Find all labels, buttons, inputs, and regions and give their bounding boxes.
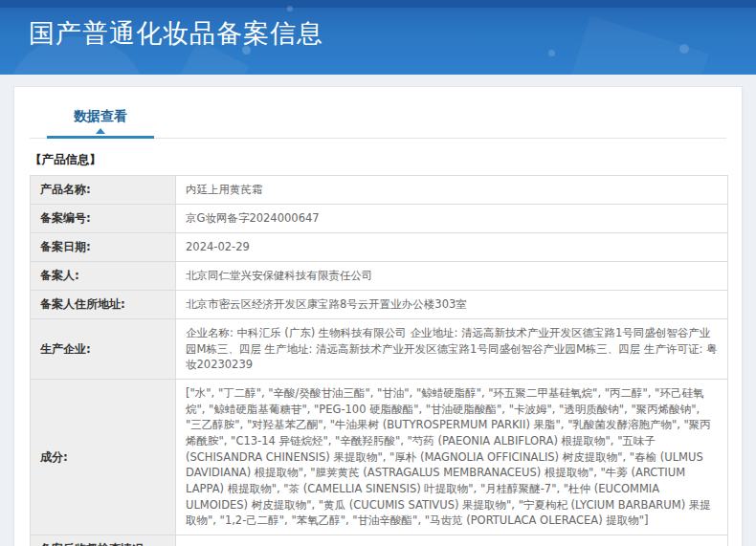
table-row: 成分: ["水", "丁二醇", "辛酸/癸酸甘油三酯", "甘油", "鲸蜡硬…: [31, 380, 728, 535]
row-value-record-number: 京G妆网备字2024000647: [176, 205, 728, 233]
header-top-strip: [0, 0, 756, 8]
table-row: 备案日期: 2024-02-29: [31, 233, 728, 262]
product-info-table: 产品名称: 内廷上用黄芪霜 备案编号: 京G妆网备字2024000647 备案日…: [30, 175, 728, 546]
header-decoration-dot: [548, 50, 555, 56]
table-row: 备案人住所地址: 北京市密云区经济开发区康宝路8号云开置业办公楼303室: [31, 291, 728, 319]
row-label-product-name: 产品名称:: [31, 176, 176, 205]
row-label-record-number: 备案编号:: [31, 205, 176, 233]
row-value-registrant: 北京同仁堂兴安保健科技有限责任公司: [176, 262, 728, 291]
row-value-ingredients: ["水", "丁二醇", "辛酸/癸酸甘油三酯", "甘油", "鲸蜡硬脂醇",…: [176, 380, 728, 535]
row-value-product-name: 内廷上用黄芪霜: [176, 176, 728, 205]
table-row: 生产企业: 企业名称: 中科汇乐 (广东) 生物科技有限公司 企业地址: 清远高…: [31, 319, 728, 380]
row-label-manufacturer: 生产企业:: [31, 319, 176, 380]
table-row: 备案后监督检查情况:: [31, 535, 728, 546]
content-card: 数据查看 【产品信息】 产品名称: 内廷上用黄芪霜 备案编号: 京G妆网备字20…: [13, 86, 743, 546]
row-value-manufacturer: 企业名称: 中科汇乐 (广东) 生物科技有限公司 企业地址: 清远高新技术产业开…: [176, 319, 728, 380]
row-label-record-date: 备案日期:: [31, 233, 176, 262]
table-row: 备案人: 北京同仁堂兴安保健科技有限责任公司: [31, 262, 728, 291]
row-value-supervision: [176, 535, 728, 546]
section-product-info-title: 【产品信息】: [30, 152, 726, 168]
row-label-supervision: 备案后监督检查情况:: [31, 535, 176, 546]
row-value-registrant-address: 北京市密云区经济开发区康宝路8号云开置业办公楼303室: [176, 291, 728, 319]
row-label-registrant-address: 备案人住所地址:: [31, 291, 176, 319]
row-label-ingredients: 成分:: [31, 380, 176, 535]
table-row: 备案编号: 京G妆网备字2024000647: [31, 205, 728, 233]
table-row: 产品名称: 内廷上用黄芪霜: [31, 176, 728, 205]
tab-data-view[interactable]: 数据查看: [47, 106, 154, 139]
page-header: 国产普通化妆品备案信息: [0, 0, 756, 75]
header-decoration-dot: [679, 44, 689, 54]
row-value-record-date: 2024-02-29: [176, 233, 728, 262]
tab-bar: 数据查看: [30, 106, 726, 139]
row-label-registrant: 备案人:: [31, 262, 176, 291]
header-decoration-square: [564, 15, 708, 75]
page-title: 国产普通化妆品备案信息: [29, 16, 323, 51]
